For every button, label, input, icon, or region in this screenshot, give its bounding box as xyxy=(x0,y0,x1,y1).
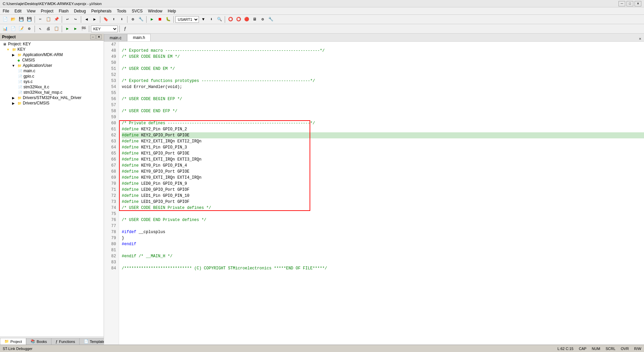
menu-svcs[interactable]: SVCS xyxy=(129,7,146,14)
copy-btn[interactable]: 📋 xyxy=(45,16,52,23)
code-line-78[interactable]: #ifdef __cplusplus xyxy=(122,229,644,235)
menu-peripherals[interactable]: Peripherals xyxy=(89,7,114,14)
undo-btn[interactable]: ↩ xyxy=(64,16,71,23)
src-btn[interactable]: 📝 xyxy=(17,25,25,33)
cut-btn[interactable]: ✂ xyxy=(37,16,44,23)
tree-key-folder[interactable]: ▼ 📁 KEY xyxy=(0,47,104,52)
rebuild-btn[interactable]: 🔧 xyxy=(137,16,145,23)
tab-close-btn[interactable]: ✕ xyxy=(638,36,643,41)
tree-sys-c[interactable]: 📄 sys.c xyxy=(0,79,104,84)
code-line-82[interactable]: #endif /* __MAIN_H */ xyxy=(122,253,644,259)
file-select[interactable]: KEY xyxy=(91,26,118,32)
code-line-66[interactable]: #define KEY1_EXTI_IRQn EXTI3_IRQn xyxy=(122,157,644,163)
menu-help[interactable]: Help xyxy=(165,7,179,14)
circle1-btn[interactable]: ⭕ xyxy=(227,16,234,23)
code-line-61[interactable]: #define KEY2_Pin GPIO_PIN_2 xyxy=(122,126,644,132)
debug-start-btn[interactable]: 🐛 xyxy=(164,16,172,23)
search-btn[interactable]: 🔍 xyxy=(216,16,223,23)
code-line-53[interactable]: /* Exported functions prototypes -------… xyxy=(122,78,644,84)
circle2-btn[interactable]: ⭕ xyxy=(235,16,242,23)
code-line-77[interactable] xyxy=(122,223,644,229)
project-btn[interactable]: 📊 xyxy=(1,25,9,33)
target-select[interactable]: USART1 xyxy=(175,16,199,23)
func-btn[interactable]: ƒ xyxy=(121,25,129,33)
target-options-btn[interactable]: ▼ xyxy=(200,16,207,23)
code-line-68[interactable]: #define KEY0_GPIO_Port GPIOE xyxy=(122,169,644,175)
code-line-55[interactable] xyxy=(122,90,644,96)
tab-main-c[interactable]: main.c xyxy=(104,34,127,41)
code-line-60[interactable]: /* Private defines ---------------------… xyxy=(122,120,644,126)
tree-project-root[interactable]: 🖥 Project: KEY xyxy=(0,41,104,47)
menu-debug[interactable]: Debug xyxy=(71,7,89,14)
bottom-tab-project[interactable]: 📁 Project xyxy=(0,338,26,345)
close-button[interactable]: ✕ xyxy=(635,1,641,6)
bottom-tab-functions[interactable]: ƒ Functions xyxy=(51,338,79,345)
run-btn[interactable]: ▶ xyxy=(148,16,156,23)
play-btn[interactable]: ▶ xyxy=(72,25,79,33)
open-btn[interactable]: 📂 xyxy=(9,16,17,23)
save-btn[interactable]: 💾 xyxy=(17,16,25,23)
code-line-69[interactable]: #define KEY0_EXTI_IRQn EXTI4_IRQn xyxy=(122,175,644,181)
code-line-83[interactable] xyxy=(122,259,644,265)
code-line-59[interactable] xyxy=(122,114,644,120)
stop2-btn[interactable]: 🔴 xyxy=(243,16,250,23)
code-line-74[interactable]: /* USER CODE BEGIN Private defines */ xyxy=(122,205,644,211)
tree-main-c[interactable]: 📄 main.c xyxy=(0,68,104,74)
tree-stm32-it[interactable]: 📄 stm32f4xx_it.c xyxy=(0,84,104,90)
code-line-58[interactable]: /* USER CODE END EFP */ xyxy=(122,108,644,114)
code-line-81[interactable] xyxy=(122,247,644,253)
code-line-57[interactable] xyxy=(122,102,644,108)
menu-edit[interactable]: Edit xyxy=(12,7,24,14)
menu-window[interactable]: Window xyxy=(145,7,165,14)
code-line-64[interactable]: #define KEY1_Pin GPIO_PIN_3 xyxy=(122,144,644,150)
redo-btn[interactable]: ↪ xyxy=(72,16,79,23)
wrench-btn[interactable]: 🔧 xyxy=(267,16,274,23)
menu-view[interactable]: View xyxy=(24,7,38,14)
code-line-49[interactable]: /* USER CODE BEGIN EM */ xyxy=(122,54,644,60)
code-line-54[interactable]: void Error_Handler(void); xyxy=(122,84,644,90)
doc-btn[interactable]: 📄 xyxy=(9,25,17,33)
copy2-btn[interactable]: 📋 xyxy=(53,25,60,33)
tree-app-user-folder[interactable]: ▼ 📁 Application/User xyxy=(0,63,104,68)
code-line-79[interactable]: } xyxy=(122,235,644,241)
code-line-84[interactable]: /**************************** (C) COPYRI… xyxy=(122,265,644,271)
code-line-65[interactable]: #define KEY1_GPIO_Port GPIOE xyxy=(122,150,644,157)
code-line-50[interactable] xyxy=(122,60,644,66)
prev-bookmark-btn[interactable]: ⬆ xyxy=(110,16,117,23)
start-green-btn[interactable]: ▶ xyxy=(64,25,71,33)
nav-fwd-btn[interactable]: ▶ xyxy=(91,16,98,23)
code-line-72[interactable]: #define LED1_Pin GPIO_PIN_10 xyxy=(122,193,644,199)
code-line-80[interactable]: #endif xyxy=(122,241,644,247)
code-line-47[interactable] xyxy=(122,42,644,48)
bookmark-btn[interactable]: 🔖 xyxy=(102,16,109,23)
paste-btn[interactable]: 📌 xyxy=(53,16,60,23)
code-line-67[interactable]: #define KEY0_Pin GPIO_PIN_4 xyxy=(122,163,644,169)
save-all-btn[interactable]: 💾 xyxy=(25,16,33,23)
tree-drivers-cmsis[interactable]: ▶ 📁 Drivers/CMSIS xyxy=(0,100,104,106)
code-line-62[interactable]: #define KEY2_GPIO_Port GPIOE xyxy=(122,132,644,138)
settings-btn[interactable]: ⚙ xyxy=(259,16,266,23)
code-line-51[interactable]: /* USER CODE END EM */ xyxy=(122,66,644,72)
menu-flash[interactable]: Flash xyxy=(56,7,71,14)
code-line-75[interactable] xyxy=(122,211,644,217)
tree-gpio-c[interactable]: 📄 gpio.c xyxy=(0,74,104,79)
code-line-71[interactable]: #define LED0_GPIO_Port GPIOF xyxy=(122,187,644,193)
code-line-63[interactable]: #define KEY2_EXTI_IRQn EXTI2_IRQn xyxy=(122,138,644,144)
menu-project[interactable]: Project xyxy=(38,7,56,14)
minimize-button[interactable]: ─ xyxy=(619,1,625,6)
menu-file[interactable]: File xyxy=(0,7,12,14)
tab-main-h[interactable]: main.h xyxy=(127,34,151,41)
build-btn[interactable]: ⚙ xyxy=(129,16,137,23)
config-btn[interactable]: ⚙ xyxy=(25,25,33,33)
tree-mdk-arm-folder[interactable]: ▶ 📁 Application/MDK-ARM xyxy=(0,52,104,57)
code-line-56[interactable]: /* USER CODE BEGIN EFP */ xyxy=(122,96,644,102)
new-file-btn[interactable]: 📄 xyxy=(1,16,9,23)
tree-cmsis-item[interactable]: ◆ CMSIS xyxy=(0,57,104,63)
menu-tools[interactable]: Tools xyxy=(114,7,129,14)
code-line-48[interactable]: /* Exported macro ----------------------… xyxy=(122,48,644,54)
panel-close-btn[interactable]: ✕ xyxy=(96,35,102,39)
monitor-btn[interactable]: 🖥 xyxy=(251,16,258,23)
code-line-73[interactable]: #define LED1_GPIO_Port GPIOF xyxy=(122,199,644,205)
code-lines[interactable]: /* Exported macro ----------------------… xyxy=(119,42,644,345)
print-btn[interactable]: 🖨 xyxy=(45,25,52,33)
